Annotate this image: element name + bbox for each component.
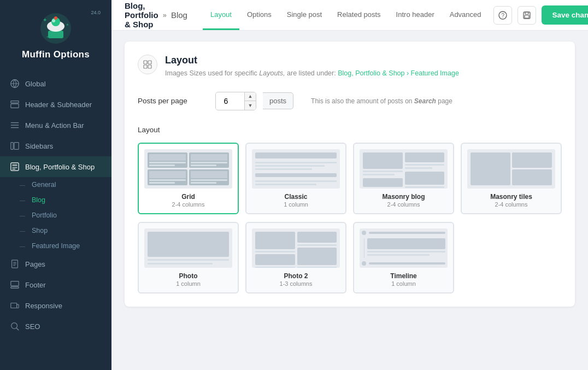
pages-icon xyxy=(10,259,20,269)
breadcrumb: Blog, Portfolio & Shop » Blog xyxy=(125,1,187,29)
svg-rect-36 xyxy=(144,61,147,64)
svg-rect-38 xyxy=(144,65,147,68)
panel-header: Layout Images Sizes used for specific La… xyxy=(138,55,562,79)
sub-label-featured-image: Featured Image xyxy=(32,242,80,250)
sidebar-item-global[interactable]: Global xyxy=(0,73,111,94)
tab-advanced[interactable]: Advanced xyxy=(442,0,489,30)
tab-layout[interactable]: Layout xyxy=(203,0,239,30)
timeline-label: Timeline xyxy=(360,272,448,280)
tab-label-advanced: Advanced xyxy=(450,10,481,19)
photo2-preview xyxy=(252,228,340,268)
layout-card-masonry-tiles[interactable]: Masonry tiles 2-4 columns xyxy=(461,143,562,214)
tab-label-options: Options xyxy=(247,10,272,19)
classic-sub: 1 column xyxy=(252,201,340,208)
posts-per-page-input[interactable] xyxy=(216,93,244,109)
grid-preview xyxy=(144,149,232,189)
posts-per-page-label: Posts per page xyxy=(138,97,209,105)
save-icon xyxy=(522,11,531,20)
svg-text:✦: ✦ xyxy=(66,22,69,27)
layout-card-timeline[interactable]: Timeline 1 column xyxy=(353,222,454,293)
layout-card-photo2[interactable]: Photo 2 1-3 columns xyxy=(245,222,346,293)
svg-rect-26 xyxy=(11,287,19,289)
breadcrumb-main: Blog, Portfolio & Shop xyxy=(125,1,158,29)
svg-rect-18 xyxy=(13,165,17,167)
layout-card-grid[interactable]: Grid 2-4 columns xyxy=(138,143,239,214)
header-icon xyxy=(10,99,20,109)
svg-rect-15 xyxy=(11,143,14,150)
photo-sub: 1 column xyxy=(144,280,232,287)
spinner-up-button[interactable]: ▲ xyxy=(245,92,256,101)
save-changes-button[interactable]: Save changes xyxy=(542,5,588,25)
hint-prefix: This is also the amount of posts on xyxy=(311,97,412,105)
posts-per-page-input-wrap: ▲ ▼ xyxy=(215,92,256,110)
sub-item-featured-image[interactable]: Featured Image xyxy=(0,238,111,254)
sidebar-item-menu[interactable]: Menu & Action Bar xyxy=(0,115,111,136)
posts-unit-label: posts xyxy=(263,92,293,109)
masonry-blog-sub: 2-4 columns xyxy=(360,201,448,208)
layout-card-photo[interactable]: Photo 1 column xyxy=(138,222,239,293)
footer-icon xyxy=(10,280,20,290)
svg-text:✦: ✦ xyxy=(46,35,49,39)
sidebar-item-footer[interactable]: Footer xyxy=(0,274,111,295)
grid-label: Grid xyxy=(144,193,232,201)
sub-item-general[interactable]: General xyxy=(0,177,111,192)
posts-per-page-row: Posts per page ▲ ▼ posts This is also th… xyxy=(138,92,562,110)
layout-card-masonry-blog[interactable]: Masonry blog 2-4 columns xyxy=(353,143,454,214)
logo-icon: ✦ ✦ ✦ xyxy=(38,11,73,46)
panel-header-text: Layout Images Sizes used for specific La… xyxy=(165,55,459,79)
svg-rect-39 xyxy=(148,65,151,68)
sub-item-blog[interactable]: Blog xyxy=(0,192,111,208)
save-draft-button[interactable] xyxy=(518,6,536,25)
photo-preview xyxy=(144,228,232,268)
svg-rect-16 xyxy=(14,143,19,150)
grid-sub: 2-4 columns xyxy=(144,201,232,208)
sidebar-item-header[interactable]: Header & Subheader xyxy=(0,94,111,115)
panel-description: Images Sizes used for specific Layouts, … xyxy=(165,68,459,79)
sidebar-item-blog[interactable]: Blog, Portfolio & Shop xyxy=(0,156,111,177)
main-content: Blog, Portfolio & Shop » Blog Layout Opt… xyxy=(111,0,588,370)
content-area: Layout Images Sizes used for specific La… xyxy=(111,31,588,370)
sidebar-item-sidebars[interactable]: Sidebars xyxy=(0,136,111,156)
tab-label-layout: Layout xyxy=(210,10,232,19)
sub-label-portfolio: Portfolio xyxy=(32,212,57,219)
svg-rect-10 xyxy=(11,101,19,103)
sidebar-item-seo[interactable]: SEO xyxy=(0,316,111,337)
sidebar-item-responsive[interactable]: Responsive xyxy=(0,295,111,316)
svg-text:?: ? xyxy=(501,13,504,19)
spinner-buttons: ▲ ▼ xyxy=(244,92,256,110)
svg-rect-11 xyxy=(11,104,19,108)
masonry-tiles-preview xyxy=(467,149,555,189)
tab-intro-header[interactable]: Intro header xyxy=(389,0,442,30)
grid-icon xyxy=(143,60,152,69)
photo2-label: Photo 2 xyxy=(252,272,340,280)
photo-label: Photo xyxy=(144,272,232,280)
tab-options[interactable]: Options xyxy=(239,0,279,30)
layout-section-label: Layout xyxy=(138,126,562,134)
photo2-sub: 1-3 columns xyxy=(252,280,340,287)
help-button[interactable]: ? xyxy=(493,6,512,25)
tab-single-post[interactable]: Single post xyxy=(279,0,330,30)
sub-item-shop[interactable]: Shop xyxy=(0,223,111,238)
seo-icon xyxy=(10,321,20,331)
spinner-down-button[interactable]: ▼ xyxy=(245,101,256,110)
svg-rect-37 xyxy=(148,61,151,64)
sidebar-label-footer: Footer xyxy=(25,281,46,289)
layout-card-classic[interactable]: Classic 1 column xyxy=(245,143,346,214)
layout-options-row2: Photo 1 column xyxy=(138,222,562,293)
sidebar-label-blog: Blog, Portfolio & Shop xyxy=(25,163,95,171)
sub-label-shop: Shop xyxy=(32,227,48,234)
masonry-tiles-sub: 2-4 columns xyxy=(467,201,555,208)
hint-suffix: page xyxy=(438,97,452,105)
tab-related-posts[interactable]: Related posts xyxy=(330,0,389,30)
tab-label-single-post: Single post xyxy=(287,10,322,19)
layout-options-row1: Grid 2-4 columns xyxy=(138,143,562,214)
responsive-icon xyxy=(10,301,20,310)
classic-label: Classic xyxy=(252,193,340,201)
sidebar-label-menu: Menu & Action Bar xyxy=(25,121,84,130)
desc-link[interactable]: Blog, Portfolio & Shop › Featured Image xyxy=(338,69,459,77)
timeline-preview xyxy=(360,228,448,268)
tabs-bar: Layout Options Single post Related posts… xyxy=(203,0,489,30)
sub-item-portfolio[interactable]: Portfolio xyxy=(0,208,111,223)
sidebar-label-responsive: Responsive xyxy=(25,302,62,310)
sidebar-item-pages[interactable]: Pages xyxy=(0,254,111,274)
